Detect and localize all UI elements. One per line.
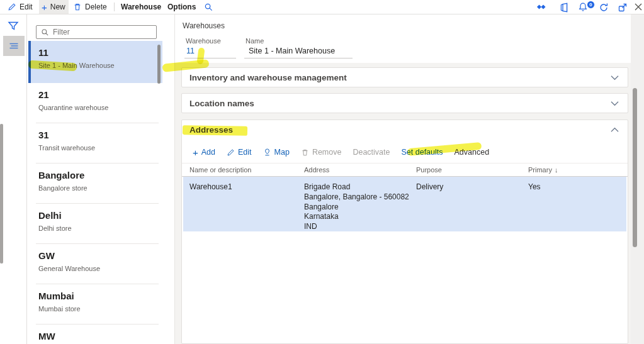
- list-lines-icon: [9, 42, 19, 50]
- list-item-warehouse-mumbai[interactable]: Mumbai Mumbai store: [28, 284, 162, 325]
- command-bar: Edit + New Delete Warehouse Options 0: [0, 0, 644, 14]
- add-address-button[interactable]: + Add: [189, 148, 218, 157]
- popout-icon[interactable]: [618, 3, 628, 13]
- chevron-up-icon: [611, 127, 619, 133]
- close-icon[interactable]: [634, 3, 643, 11]
- addresses-toolbar: + Add Edit Map Remove Deactivate Set def…: [189, 144, 492, 160]
- warehouse-list: 11 Site 1 - Main Warehouse 21 Quarantine…: [28, 41, 162, 344]
- list-item-warehouse-gw[interactable]: GW General Warehouse: [28, 244, 162, 284]
- filter-funnel-icon[interactable]: [7, 21, 20, 32]
- name-field-value[interactable]: Site 1 - Main Warehouse: [249, 47, 335, 55]
- list-item-warehouse-delhi[interactable]: Delhi Delhi store: [28, 204, 162, 244]
- section-addresses-header[interactable]: Addresses: [182, 120, 628, 140]
- plus-icon: +: [193, 148, 198, 157]
- advanced-button[interactable]: Advanced: [451, 148, 493, 157]
- list-item-warehouse-11[interactable]: 11 Site 1 - Main Warehouse: [28, 41, 162, 83]
- column-header-name[interactable]: Name or description: [189, 166, 251, 174]
- plus-icon: +: [42, 3, 47, 12]
- pencil-icon: [8, 3, 16, 11]
- list-view-tool[interactable]: [3, 36, 25, 56]
- map-pin-icon: [263, 148, 271, 157]
- filter-input[interactable]: [53, 28, 147, 36]
- edit-address-button[interactable]: Edit: [223, 148, 255, 157]
- task-recorder-icon[interactable]: [536, 3, 546, 11]
- list-item-warehouse-bangalore[interactable]: Bangalore Bangalore store: [28, 164, 162, 204]
- main-content: Warehouses Warehouse Name 11 Site 1 - Ma…: [175, 14, 631, 344]
- map-button[interactable]: Map: [260, 148, 293, 157]
- column-header-purpose[interactable]: Purpose: [416, 166, 442, 174]
- pencil-icon: [227, 148, 235, 157]
- new-button[interactable]: + New: [39, 0, 69, 14]
- search-icon[interactable]: [204, 3, 213, 12]
- warehouse-list-panel: 11 Site 1 - Main Warehouse 21 Quarantine…: [27, 14, 175, 344]
- page-title: Warehouses: [183, 21, 225, 30]
- addresses-table-header: Name or description Address Purpose Prim…: [182, 163, 628, 177]
- warehouse-field-underline: [184, 58, 236, 58]
- warehouse-menu-button[interactable]: Warehouse: [118, 0, 164, 14]
- list-scrollbar-thumb[interactable]: [157, 45, 161, 84]
- section-inventory-management: Inventory and warehouse management: [181, 67, 628, 87]
- cell-name: Warehouse1: [189, 182, 232, 191]
- main-scrollbar-thumb[interactable]: [633, 88, 637, 247]
- toolbar-divider: [114, 3, 115, 11]
- office-apps-icon[interactable]: [559, 3, 569, 13]
- page-scrollbar-thumb[interactable]: [0, 124, 3, 264]
- remove-address-button[interactable]: Remove: [298, 148, 345, 157]
- chevron-down-icon: [611, 75, 619, 80]
- chevron-down-icon: [611, 101, 619, 106]
- list-item-warehouse-mw[interactable]: MW: [28, 325, 162, 344]
- filter-search-box[interactable]: [36, 25, 157, 39]
- warehouse-field-value[interactable]: 11: [186, 47, 195, 55]
- edit-button[interactable]: Edit: [5, 0, 35, 14]
- left-rail: [0, 14, 27, 344]
- list-item-warehouse-21[interactable]: 21 Quarantine warehouse: [28, 83, 162, 123]
- notification-badge: 0: [587, 1, 595, 9]
- deactivate-button[interactable]: Deactivate: [349, 148, 393, 157]
- cell-address: Brigade Road Bangalore, Bangalore - 5600…: [304, 182, 409, 232]
- notifications-bell-icon[interactable]: 0: [578, 2, 594, 13]
- refresh-icon[interactable]: [599, 3, 609, 13]
- delete-button[interactable]: Delete: [71, 0, 110, 14]
- list-item-warehouse-31[interactable]: 31 Transit warehouse: [28, 123, 162, 164]
- form-header: Warehouses Warehouse Name 11 Site 1 - Ma…: [175, 14, 631, 63]
- trash-icon: [301, 148, 309, 157]
- magnifier-icon: [41, 28, 49, 36]
- section-location-names-header[interactable]: Location names: [182, 94, 628, 114]
- section-inventory-header[interactable]: Inventory and warehouse management: [182, 68, 628, 88]
- address-table-row-selected[interactable]: Warehouse1 Brigade Road Bangalore, Banga…: [183, 177, 626, 231]
- trash-icon: [73, 3, 82, 11]
- name-field-underline: [244, 58, 353, 58]
- name-field-label: Name: [246, 37, 264, 45]
- warehouse-field-label: Warehouse: [186, 37, 221, 45]
- section-addresses: Addresses + Add Edit Map Remove: [181, 119, 628, 344]
- cell-purpose: Delivery: [416, 182, 443, 191]
- cell-primary: Yes: [528, 182, 541, 191]
- options-menu-button[interactable]: Options: [165, 0, 198, 14]
- set-defaults-button[interactable]: Set defaults: [398, 148, 446, 157]
- column-header-primary-sorted-desc[interactable]: Primary: [528, 166, 558, 174]
- column-header-address[interactable]: Address: [304, 166, 329, 174]
- section-location-names: Location names: [181, 93, 628, 113]
